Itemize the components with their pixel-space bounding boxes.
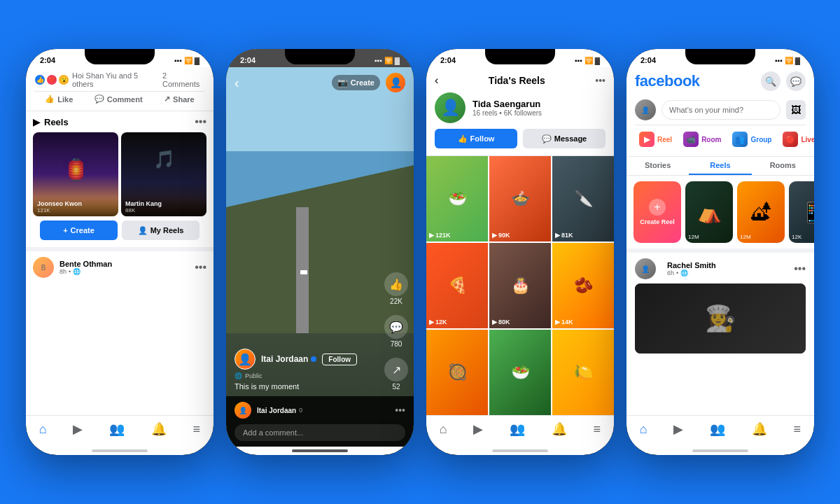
commenter-name: Itai Jordaan [257,407,296,414]
status-bar-2: 2:04 ▪▪▪ 🛜 ▓ [226,49,414,67]
whats-on-mind-row: 👤 What's on your mind? 🖼 [635,95,806,125]
reels-title: ▶ Reels [33,117,69,127]
dot-separator: • [69,268,71,275]
create-reel-option[interactable]: ▶ Reel [635,130,676,149]
create-btn[interactable]: 📷 Create [332,75,380,90]
phone-4-screen: 2:04 ▪▪▪ 🛜 ▓ facebook 🔍 [626,49,814,455]
video-background[interactable]: ‹ 📷 Create 👤 [226,67,414,447]
like-action[interactable]: 👍 22K [384,272,408,305]
battery-icon-3: ▓ [595,57,600,64]
create-reel-thumb[interactable]: + Create Reel [634,181,681,243]
reels-menu-icon[interactable]: ••• [195,115,206,128]
create-reel-thumb-label: Create Reel [640,218,675,226]
profile-menu-icon[interactable]: ••• [595,75,606,86]
nav-home-4[interactable]: ⌂ [640,422,648,437]
status-bar-4: 2:04 ▪▪▪ 🛜 ▓ [626,49,814,67]
my-reels-btn[interactable]: 👤 My Reels [122,220,200,240]
comment-btn-icon: 💬 [94,94,104,104]
tab-reels[interactable]: Reels [689,157,751,175]
reel-thumb-2[interactable]: 📱 12K [789,181,814,243]
reel-overlay-0: Joonseo Kwon 121K [33,197,118,216]
comment-menu-icon[interactable]: ••• [395,405,405,416]
user-avatar-icon: 👤 [641,106,650,114]
follow-video-btn[interactable]: Follow [322,354,357,365]
reel-item-0[interactable]: 🏮 Joonseo Kwon 121K [33,132,118,216]
reel-cell-3[interactable]: 🍕 ▶ 12K [426,243,488,328]
reel-cell-5[interactable]: 🫘 ▶ 14K [552,243,614,328]
create-room-option[interactable]: 📹 Room [679,130,725,149]
reel-thumb-1[interactable]: 🏕 12M [737,181,785,243]
reel-cell-2[interactable]: 🔪 ▶ 81K [552,156,614,241]
play-icon-3: ▶ [429,318,434,326]
post-menu-4[interactable]: ••• [794,262,806,275]
nav-people-4[interactable]: 👥 [710,421,725,437]
post-info-4: Rachel Smith 6h • 🌐 [667,261,788,276]
fb-header-row: facebook 🔍 💬 [635,71,806,91]
caption-text: This is my moment [234,382,372,391]
verified-icon [311,356,316,362]
post-time: 8h [59,268,66,275]
reel-cell-7[interactable]: 🥗 [489,330,551,415]
back-icon[interactable]: ‹ [435,74,438,87]
message-profile-btn[interactable]: 💬 Message [523,129,606,148]
signal-icon-4: ▪▪▪ [775,57,783,64]
nav-menu-3[interactable]: ≡ [594,422,601,437]
my-reels-icon: 👤 [138,226,148,235]
reel-cell-6[interactable]: 🥘 [426,330,488,415]
nav-home-3[interactable]: ⌂ [440,422,447,437]
nav-people-3[interactable]: 👥 [510,421,525,437]
reel-views-cell-1: ▶ 90K [492,232,510,239]
user-avatar-video[interactable]: 👤 [386,73,405,92]
placeholder-text: What's on your mind? [669,106,743,114]
nav-people[interactable]: 👥 [109,421,125,437]
share-action[interactable]: ↗ 52 [384,358,408,391]
nav-menu[interactable]: ≡ [193,422,201,437]
reel-emoji-4: 🎂 [489,243,551,328]
reel-thumb-0[interactable]: ⛺ 12M [685,181,733,243]
nav-video[interactable]: ▶ [73,421,83,437]
nav-bell-4[interactable]: 🔔 [752,421,767,437]
reel-thumb-views-2: 12K [792,234,802,240]
post-video-area[interactable]: 👩‍🍳 [635,284,806,354]
comment-button[interactable]: 💬 Comment [94,94,143,104]
phone-4-content: facebook 🔍 💬 👤 [626,67,814,415]
nav-bell[interactable]: 🔔 [151,421,167,437]
reel-cell-4[interactable]: 🎂 ▶ 80K [489,243,551,328]
tab-rooms[interactable]: Rooms [752,157,814,175]
back-arrow-icon[interactable]: ‹ [234,75,239,91]
creator-avatar[interactable]: 👤 [234,349,255,370]
messenger-btn[interactable]: 💬 [786,71,806,91]
post-menu-icon[interactable]: ••• [195,261,206,274]
tab-stories[interactable]: Stories [626,157,689,175]
reel-cell-8[interactable]: 🍋 [552,330,614,415]
follow-profile-btn[interactable]: 👍 Follow [435,129,517,148]
nav-bell-3[interactable]: 🔔 [552,421,567,437]
creator-name-row: Itai Jordaan [261,354,316,364]
create-reel-btn[interactable]: + Create [40,220,118,240]
reel-name-0: Joonseo Kwon [37,200,114,207]
reels-count: 16 reels [472,109,498,117]
photo-btn[interactable]: 🖼 [786,100,806,120]
share-count: 52 [392,383,400,391]
nav-video-4[interactable]: ▶ [673,421,683,437]
search-icon: 🔍 [765,76,776,87]
nav-menu-4[interactable]: ≡ [794,422,802,437]
home-indicator-2 [292,449,348,452]
comment-action[interactable]: 💬 780 [384,315,408,348]
reel-item-1[interactable]: 🎵 Martin Kang 88K [121,132,206,216]
create-live-option[interactable]: 🔴 Live [778,130,814,149]
reels-section: ▶ Reels ••• 🏮 Joonseo Kwon 121K [26,111,214,247]
views-text-5: 14K [561,318,573,326]
reel-emoji-3: 🍕 [426,243,488,328]
nav-home[interactable]: ⌂ [39,422,47,437]
nav-video-3[interactable]: ▶ [473,421,483,437]
reel-views-cell-2: ▶ 81K [555,232,573,239]
like-button[interactable]: 👍 Like [45,94,73,104]
reel-cell-0[interactable]: 🥗 ▶ 121K [426,156,488,241]
share-button[interactable]: ↗ Share [164,94,195,104]
search-btn[interactable]: 🔍 [761,71,780,91]
create-group-option[interactable]: 👥 Group [728,130,776,149]
what-on-mind-input[interactable]: What's on your mind? [662,100,780,120]
reel-cell-1[interactable]: 🍲 ▶ 90K [489,156,551,241]
comment-input[interactable]: Add a comment... [234,424,405,441]
